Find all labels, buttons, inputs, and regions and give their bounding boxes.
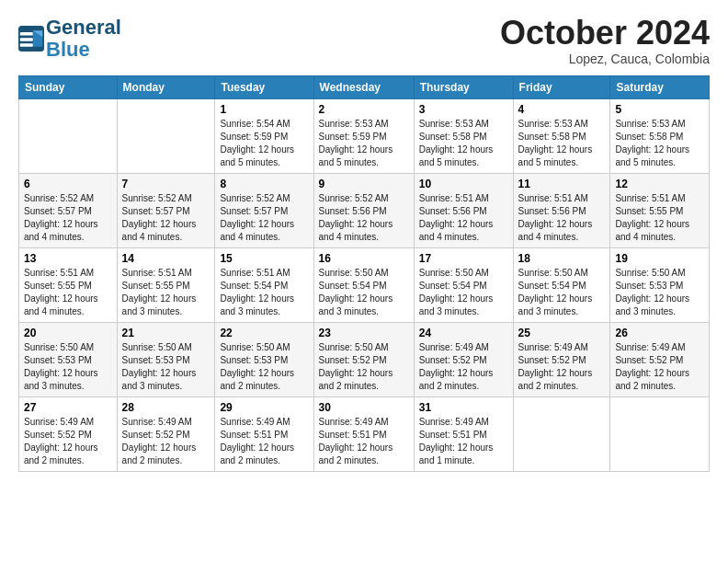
day-info: Sunrise: 5:50 AMSunset: 5:53 PMDaylight:… <box>220 341 308 393</box>
month-title: October 2024 <box>500 17 710 50</box>
day-number: 25 <box>518 327 606 339</box>
calendar-cell: 5Sunrise: 5:53 AMSunset: 5:58 PMDaylight… <box>610 99 710 174</box>
calendar-cell: 15Sunrise: 5:51 AMSunset: 5:54 PMDayligh… <box>215 248 313 323</box>
week-row-5: 27Sunrise: 5:49 AMSunset: 5:52 PMDayligh… <box>19 397 710 472</box>
day-number: 29 <box>220 401 308 414</box>
calendar-cell: 13Sunrise: 5:51 AMSunset: 5:55 PMDayligh… <box>19 248 118 323</box>
day-number: 24 <box>419 327 508 339</box>
calendar-cell <box>19 99 118 174</box>
day-number: 20 <box>24 327 112 339</box>
calendar-cell: 22Sunrise: 5:50 AMSunset: 5:53 PMDayligh… <box>215 323 313 397</box>
day-info: Sunrise: 5:51 AMSunset: 5:54 PMDaylight:… <box>220 267 308 318</box>
title-block: October 2024 Lopez, Cauca, Colombia <box>500 17 710 66</box>
day-number: 5 <box>615 103 704 116</box>
day-number: 22 <box>220 327 308 339</box>
day-number: 15 <box>220 252 308 265</box>
calendar-cell: 25Sunrise: 5:49 AMSunset: 5:52 PMDayligh… <box>513 323 610 397</box>
day-info: Sunrise: 5:49 AMSunset: 5:52 PMDaylight:… <box>518 341 606 393</box>
col-monday: Monday <box>117 76 215 99</box>
day-number: 31 <box>419 401 508 414</box>
day-number: 7 <box>122 178 210 190</box>
calendar-cell <box>610 397 710 472</box>
day-number: 14 <box>122 252 210 265</box>
day-number: 1 <box>220 103 308 116</box>
day-info: Sunrise: 5:49 AMSunset: 5:51 PMDaylight:… <box>419 416 508 467</box>
logo-icon <box>18 26 44 52</box>
calendar-cell: 9Sunrise: 5:52 AMSunset: 5:56 PMDaylight… <box>313 174 414 248</box>
calendar-cell: 3Sunrise: 5:53 AMSunset: 5:58 PMDaylight… <box>414 99 513 174</box>
col-friday: Friday <box>513 76 610 99</box>
header-row: Sunday Monday Tuesday Wednesday Thursday… <box>19 76 710 99</box>
calendar-cell: 29Sunrise: 5:49 AMSunset: 5:51 PMDayligh… <box>215 397 313 472</box>
page: General Blue October 2024 Lopez, Cauca, … <box>0 0 728 481</box>
col-wednesday: Wednesday <box>313 76 414 99</box>
col-tuesday: Tuesday <box>215 76 313 99</box>
day-info: Sunrise: 5:50 AMSunset: 5:53 PMDaylight:… <box>615 267 704 318</box>
logo-line1: General <box>46 17 121 39</box>
calendar-cell: 4Sunrise: 5:53 AMSunset: 5:58 PMDaylight… <box>513 99 610 174</box>
day-number: 28 <box>122 401 210 414</box>
col-saturday: Saturday <box>610 76 710 99</box>
day-info: Sunrise: 5:53 AMSunset: 5:58 PMDaylight:… <box>518 118 606 169</box>
calendar-body: 1Sunrise: 5:54 AMSunset: 5:59 PMDaylight… <box>19 99 710 472</box>
calendar-cell: 7Sunrise: 5:52 AMSunset: 5:57 PMDaylight… <box>117 174 215 248</box>
col-thursday: Thursday <box>414 76 513 99</box>
calendar-cell: 20Sunrise: 5:50 AMSunset: 5:53 PMDayligh… <box>19 323 118 397</box>
calendar-cell: 17Sunrise: 5:50 AMSunset: 5:54 PMDayligh… <box>414 248 513 323</box>
day-info: Sunrise: 5:49 AMSunset: 5:52 PMDaylight:… <box>419 341 508 393</box>
logo-text: General Blue <box>46 17 121 61</box>
day-info: Sunrise: 5:52 AMSunset: 5:57 PMDaylight:… <box>122 192 210 244</box>
day-info: Sunrise: 5:52 AMSunset: 5:56 PMDaylight:… <box>319 192 409 244</box>
calendar-cell: 21Sunrise: 5:50 AMSunset: 5:53 PMDayligh… <box>117 323 215 397</box>
calendar-cell: 12Sunrise: 5:51 AMSunset: 5:55 PMDayligh… <box>610 174 710 248</box>
calendar-cell: 28Sunrise: 5:49 AMSunset: 5:52 PMDayligh… <box>117 397 215 472</box>
day-info: Sunrise: 5:51 AMSunset: 5:55 PMDaylight:… <box>24 267 112 318</box>
day-info: Sunrise: 5:50 AMSunset: 5:52 PMDaylight:… <box>319 341 409 393</box>
calendar-cell: 1Sunrise: 5:54 AMSunset: 5:59 PMDaylight… <box>215 99 313 174</box>
calendar-cell: 31Sunrise: 5:49 AMSunset: 5:51 PMDayligh… <box>414 397 513 472</box>
day-info: Sunrise: 5:49 AMSunset: 5:51 PMDaylight:… <box>319 416 409 467</box>
day-info: Sunrise: 5:51 AMSunset: 5:56 PMDaylight:… <box>419 192 508 244</box>
day-number: 12 <box>615 178 704 190</box>
day-info: Sunrise: 5:52 AMSunset: 5:57 PMDaylight:… <box>220 192 308 244</box>
header: General Blue October 2024 Lopez, Cauca, … <box>18 17 710 66</box>
day-number: 30 <box>319 401 409 414</box>
day-number: 23 <box>319 327 409 339</box>
day-number: 9 <box>319 178 409 190</box>
day-info: Sunrise: 5:51 AMSunset: 5:56 PMDaylight:… <box>518 192 606 244</box>
calendar-cell: 30Sunrise: 5:49 AMSunset: 5:51 PMDayligh… <box>313 397 414 472</box>
day-info: Sunrise: 5:50 AMSunset: 5:54 PMDaylight:… <box>419 267 508 318</box>
calendar-cell: 26Sunrise: 5:49 AMSunset: 5:52 PMDayligh… <box>610 323 710 397</box>
calendar-cell: 14Sunrise: 5:51 AMSunset: 5:55 PMDayligh… <box>117 248 215 323</box>
calendar-cell: 10Sunrise: 5:51 AMSunset: 5:56 PMDayligh… <box>414 174 513 248</box>
day-info: Sunrise: 5:49 AMSunset: 5:52 PMDaylight:… <box>24 416 112 467</box>
calendar-header: Sunday Monday Tuesday Wednesday Thursday… <box>19 76 710 99</box>
day-info: Sunrise: 5:50 AMSunset: 5:54 PMDaylight:… <box>518 267 606 318</box>
calendar-cell <box>117 99 215 174</box>
svg-rect-3 <box>20 32 33 36</box>
calendar-cell <box>513 397 610 472</box>
week-row-3: 13Sunrise: 5:51 AMSunset: 5:55 PMDayligh… <box>19 248 710 323</box>
day-info: Sunrise: 5:52 AMSunset: 5:57 PMDaylight:… <box>24 192 112 244</box>
week-row-4: 20Sunrise: 5:50 AMSunset: 5:53 PMDayligh… <box>19 323 710 397</box>
calendar-cell: 8Sunrise: 5:52 AMSunset: 5:57 PMDaylight… <box>215 174 313 248</box>
day-number: 6 <box>24 178 112 190</box>
day-info: Sunrise: 5:53 AMSunset: 5:58 PMDaylight:… <box>615 118 704 169</box>
calendar-cell: 27Sunrise: 5:49 AMSunset: 5:52 PMDayligh… <box>19 397 118 472</box>
location: Lopez, Cauca, Colombia <box>500 52 710 66</box>
calendar-cell: 18Sunrise: 5:50 AMSunset: 5:54 PMDayligh… <box>513 248 610 323</box>
calendar-cell: 16Sunrise: 5:50 AMSunset: 5:54 PMDayligh… <box>313 248 414 323</box>
day-number: 16 <box>319 252 409 265</box>
logo: General Blue <box>18 17 121 61</box>
day-number: 21 <box>122 327 210 339</box>
day-info: Sunrise: 5:49 AMSunset: 5:52 PMDaylight:… <box>615 341 704 393</box>
calendar-cell: 11Sunrise: 5:51 AMSunset: 5:56 PMDayligh… <box>513 174 610 248</box>
col-sunday: Sunday <box>19 76 118 99</box>
calendar-cell: 24Sunrise: 5:49 AMSunset: 5:52 PMDayligh… <box>414 323 513 397</box>
day-info: Sunrise: 5:51 AMSunset: 5:55 PMDaylight:… <box>615 192 704 244</box>
day-number: 3 <box>419 103 508 116</box>
week-row-2: 6Sunrise: 5:52 AMSunset: 5:57 PMDaylight… <box>19 174 710 248</box>
day-number: 13 <box>24 252 112 265</box>
day-number: 18 <box>518 252 606 265</box>
day-number: 19 <box>615 252 704 265</box>
